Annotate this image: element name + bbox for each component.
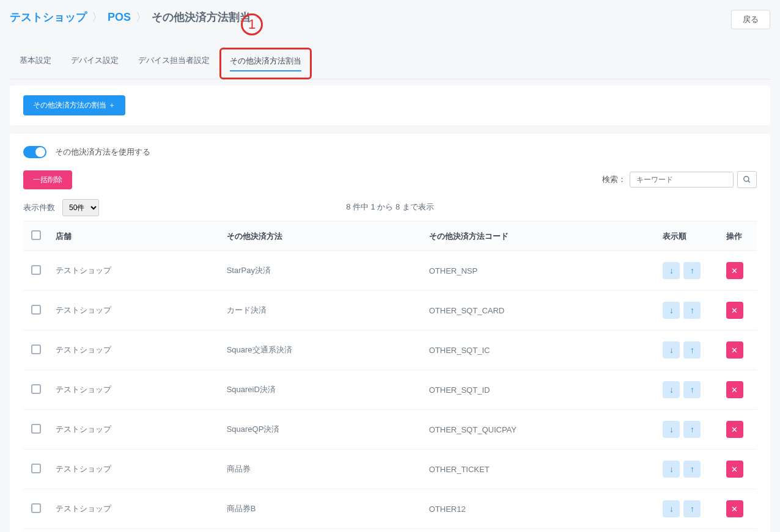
cell-shop: テストショップ	[48, 410, 219, 450]
sort-down-button[interactable]: ↓	[663, 461, 680, 478]
cell-shop: テストショップ	[48, 291, 219, 330]
breadcrumb: テストショップ 〉 POS 〉 その他決済方法割当	[10, 10, 251, 24]
sort-down-button[interactable]: ↓	[663, 341, 680, 359]
row-delete-button[interactable]: ✕	[726, 302, 743, 319]
cell-method: 商品券B	[219, 489, 422, 529]
cell-method: カード決済	[219, 291, 422, 330]
page-info: 8 件中 1 から 8 まで表示	[23, 202, 757, 213]
cell-shop: テストショップ	[48, 330, 219, 370]
search-button[interactable]	[737, 171, 757, 188]
arrow-down-icon: ↓	[669, 385, 674, 395]
sort-down-button[interactable]: ↓	[663, 262, 680, 279]
arrow-up-icon: ↑	[690, 305, 694, 315]
sort-up-button[interactable]: ↑	[683, 500, 701, 517]
row-delete-button[interactable]: ✕	[726, 421, 743, 438]
header-shop: 店舗	[48, 222, 219, 251]
cell-shop: テストショップ	[48, 450, 219, 489]
row-delete-button[interactable]: ✕	[726, 500, 743, 517]
tab-device-staff-settings[interactable]: デバイス担当者設定	[128, 48, 219, 79]
row-delete-button[interactable]: ✕	[726, 381, 743, 398]
assign-panel: その他決済方法の割当 ＋	[10, 86, 770, 125]
sort-down-button[interactable]: ↓	[663, 500, 680, 517]
cell-shop: テストショップ	[48, 251, 219, 291]
sort-up-button[interactable]: ↑	[683, 381, 701, 398]
breadcrumb-pos[interactable]: POS	[108, 11, 131, 24]
arrow-down-icon: ↓	[669, 504, 674, 514]
bulk-delete-button[interactable]: 一括削除	[23, 170, 72, 189]
sort-up-button[interactable]: ↑	[683, 421, 701, 438]
close-icon: ✕	[731, 505, 738, 514]
cell-code: OTHER_SQT_CARD	[422, 291, 656, 330]
use-other-payment-toggle[interactable]	[23, 146, 46, 158]
close-icon: ✕	[731, 385, 738, 395]
row-checkbox[interactable]	[31, 384, 41, 394]
search-icon	[743, 175, 751, 184]
tab-other-payment-assign-label: その他決済方法割当	[230, 56, 301, 65]
sort-up-button[interactable]: ↑	[683, 302, 701, 319]
header-code: その他決済方法コード	[422, 222, 656, 251]
tab-device-settings[interactable]: デバイス設定	[61, 48, 128, 79]
select-all-checkbox[interactable]	[31, 230, 41, 240]
back-button[interactable]: 戻る	[731, 10, 770, 29]
table-row: テストショップカード決済OTHER_SQT_CARD↓↑✕	[23, 291, 757, 330]
cell-method: Square交通系決済	[219, 330, 422, 370]
row-delete-button[interactable]: ✕	[726, 341, 743, 359]
row-checkbox[interactable]	[31, 265, 41, 275]
sort-down-button[interactable]: ↓	[663, 381, 680, 398]
cell-shop: テストショップ	[48, 370, 219, 410]
cell-code: OTHER_TICKET	[422, 450, 656, 489]
row-checkbox[interactable]	[31, 344, 41, 354]
arrow-up-icon: ↑	[690, 504, 694, 514]
svg-line-1	[748, 181, 750, 183]
cell-shop: テストショップ	[48, 529, 219, 533]
tab-basic-settings[interactable]: 基本設定	[10, 48, 61, 79]
arrow-down-icon: ↓	[669, 345, 674, 355]
assign-other-payment-button[interactable]: その他決済方法の割当 ＋	[23, 95, 125, 115]
row-checkbox[interactable]	[31, 305, 41, 315]
row-delete-button[interactable]: ✕	[726, 262, 743, 279]
row-checkbox[interactable]	[31, 503, 41, 513]
sort-up-button[interactable]: ↑	[683, 461, 701, 478]
row-checkbox[interactable]	[31, 424, 41, 434]
breadcrumb-current: その他決済方法割当	[152, 10, 251, 24]
table-row: テストショップSquare交通系決済OTHER_SQT_IC↓↑✕	[23, 330, 757, 370]
table-row: テストショップ商品券BOTHER12↓↑✕	[23, 489, 757, 529]
sort-up-button[interactable]: ↑	[683, 262, 701, 279]
arrow-down-icon: ↓	[669, 425, 674, 434]
sort-up-button[interactable]: ↑	[683, 341, 701, 359]
arrow-up-icon: ↑	[690, 385, 694, 395]
arrow-up-icon: ↑	[690, 425, 694, 434]
search-input[interactable]	[630, 172, 734, 188]
arrow-down-icon: ↓	[669, 305, 674, 315]
tab-other-payment-assign[interactable]: その他決済方法割当	[219, 48, 312, 79]
close-icon: ✕	[731, 465, 738, 474]
arrow-down-icon: ↓	[669, 266, 674, 275]
search-label: 検索：	[602, 174, 626, 185]
tab-active-indicator	[230, 70, 301, 71]
cell-code: OTHER_SQT_IC	[422, 330, 656, 370]
arrow-up-icon: ↑	[690, 345, 694, 355]
close-icon: ✕	[731, 306, 738, 315]
arrow-up-icon: ↑	[690, 266, 694, 275]
table-row: テストショップSquareQP決済OTHER_SQT_QUICPAY↓↑✕	[23, 410, 757, 450]
cell-method: その他決済方法20	[219, 529, 422, 533]
chevron-right-icon: 〉	[92, 10, 103, 24]
main-panel: その他決済方法を使用する 一括削除 検索： 表示件数 50件 8 件中 1 から…	[10, 134, 770, 532]
cell-method: SquareQP決済	[219, 410, 422, 450]
payment-table: 店舗 その他決済方法 その他決済方法コード 表示順 操作 テストショップStar…	[23, 221, 757, 532]
breadcrumb-shop[interactable]: テストショップ	[10, 10, 87, 24]
arrow-down-icon: ↓	[669, 464, 674, 474]
header-order: 表示順	[655, 222, 718, 251]
close-icon: ✕	[731, 425, 738, 434]
table-row: テストショップその他決済方法20OTHER20↓↑✕	[23, 529, 757, 533]
sort-down-button[interactable]: ↓	[663, 421, 680, 438]
annotation-number: 1	[248, 16, 256, 32]
close-icon: ✕	[731, 346, 738, 355]
cell-code: OTHER_SQT_QUICPAY	[422, 410, 656, 450]
tab-bar: 基本設定 デバイス設定 デバイス担当者設定 その他決済方法割当	[10, 48, 770, 79]
sort-down-button[interactable]: ↓	[663, 302, 680, 319]
row-checkbox[interactable]	[31, 464, 41, 473]
cell-shop: テストショップ	[48, 489, 219, 529]
row-delete-button[interactable]: ✕	[726, 461, 743, 478]
cell-method: StarPay決済	[219, 251, 422, 291]
